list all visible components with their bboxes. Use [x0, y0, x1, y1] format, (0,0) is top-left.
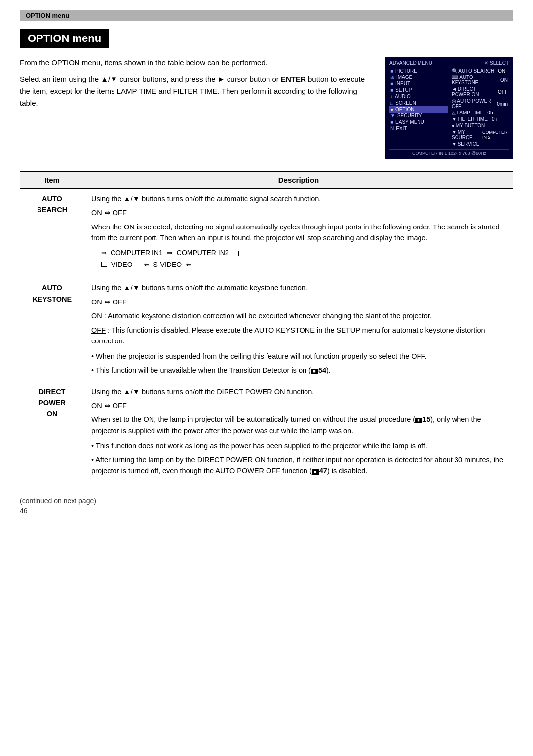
menu-filter-time: ▼ FILTER TIME 0h — [451, 116, 509, 122]
col-header-item: Item — [20, 172, 84, 189]
breadcrumb: OPTION menu — [20, 10, 513, 21]
menu-header: ADVANCED MENU ✕ SELECT — [389, 60, 509, 66]
page-footer: (continued on next page) 46 — [20, 497, 513, 515]
item-auto-search: AUTO SEARCH — [20, 189, 84, 277]
ref-icon-47: ■ — [312, 469, 319, 475]
keystone-bullet1: • When the projector is suspended from t… — [91, 351, 506, 362]
menu-screenshot: ADVANCED MENU ✕ SELECT ■ PICTURE ⊞ IMAGE… — [385, 57, 513, 159]
auto-search-on-off: ON ⇔ OFF — [91, 207, 506, 218]
direct-power-desc1: Using the ▲/▼ buttons turns on/off the D… — [91, 386, 506, 397]
item-auto-keystone: AUTOKEYSTONE — [20, 277, 84, 381]
menu-item-audio: ♪ AUDIO — [389, 93, 448, 100]
direct-power-on-off: ON ⇔ OFF — [91, 400, 506, 411]
item-direct-power: DIRECT POWERON — [20, 381, 84, 482]
menu-item-security: ▼ SECURITY — [389, 113, 448, 119]
menu-lamp-time: △ LAMP TIME 0h — [451, 110, 509, 116]
direct-power-bullet1: • This function does not work as long as… — [91, 440, 506, 451]
menu-item-input: ■ INPUT — [389, 80, 448, 87]
keystone-desc1: Using the ▲/▼ buttons turns on/off the a… — [91, 282, 506, 293]
menu-item-option: ● OPTION — [389, 106, 448, 113]
auto-search-desc2: When the ON is selected, detecting no si… — [91, 222, 506, 244]
intro-para1: From the OPTION menu, items shown in the… — [20, 57, 370, 69]
direct-power-bullet2: • After turning the lamp on by the DIREC… — [91, 454, 506, 477]
intro-section: From the OPTION menu, items shown in the… — [20, 57, 513, 159]
menu-header-right: ✕ SELECT — [484, 60, 509, 66]
keystone-bullet2: • This function will be unavailable when… — [91, 365, 506, 376]
menu-item-picture: ■ PICTURE — [389, 68, 448, 74]
menu-right-col: 🔍 AUTO SEARCH ON ⌨ AUTO KEYSTONE ON ◄ DI… — [451, 68, 509, 147]
continued-text: (continued on next page) — [20, 497, 513, 505]
desc-auto-search: Using the ▲/▼ buttons turns on/off the a… — [84, 189, 513, 277]
menu-item-screen: □ SCREEN — [389, 100, 448, 106]
menu-left-col: ■ PICTURE ⊞ IMAGE ■ INPUT ■ SETUP ♪ AUDI… — [389, 68, 448, 147]
menu-item-easymenu: ■ EASY MENU — [389, 119, 448, 125]
page-title: OPTION menu — [20, 29, 109, 48]
col-header-description: Description — [84, 172, 513, 189]
menu-header-left: ADVANCED MENU — [389, 60, 432, 66]
table-row-auto-search: AUTO SEARCH Using the ▲/▼ buttons turns … — [20, 189, 513, 277]
keystone-on-off: ON ⇔ OFF — [91, 297, 506, 307]
keystone-on-label: ON — [91, 312, 102, 320]
direct-power-desc2: When set to the ON, the lamp in projecto… — [91, 414, 506, 436]
menu-my-button: ● MY BUTTON — [451, 122, 509, 129]
ref-icon-54: ■ — [311, 369, 318, 374]
menu-direct-power: ◄ DIRECT POWER ON OFF — [451, 86, 509, 98]
desc-direct-power: Using the ▲/▼ buttons turns on/off the D… — [84, 381, 513, 482]
menu-auto-search: 🔍 AUTO SEARCH ON — [451, 68, 509, 74]
menu-item-setup: ■ SETUP — [389, 87, 448, 93]
menu-item-image: ⊞ IMAGE — [389, 74, 448, 80]
menu-my-source: ▼ MY SOURCE COMPUTER IN 2 — [451, 129, 509, 141]
signal-flow: ⇒ COMPUTER IN1 ⇒ COMPUTER IN2 VIDEO ⇐ S-… — [101, 248, 506, 270]
intro-para2: Select an item using the ▲/▼ cursor butt… — [20, 74, 370, 109]
ref-icon-15: ■ — [415, 418, 422, 423]
page-number: 46 — [20, 507, 513, 515]
page-container: OPTION menu OPTION menu From the OPTION … — [0, 0, 533, 534]
menu-columns: ■ PICTURE ⊞ IMAGE ■ INPUT ■ SETUP ♪ AUDI… — [389, 68, 509, 147]
keystone-on-desc: ON : Automatic keystone distortion corre… — [91, 310, 506, 321]
menu-service: ▼ SERVICE — [451, 141, 509, 147]
intro-text: From the OPTION menu, items shown in the… — [20, 57, 370, 109]
table-row-direct-power: DIRECT POWERON Using the ▲/▼ buttons tur… — [20, 381, 513, 482]
table-row-auto-keystone: AUTOKEYSTONE Using the ▲/▼ buttons turns… — [20, 277, 513, 381]
menu-item-exit: N EXIT — [389, 125, 448, 132]
menu-auto-keystone: ⌨ AUTO KEYSTONE ON — [451, 74, 509, 86]
menu-auto-power-off: ◎ AUTO POWER OFF 0min — [451, 98, 509, 110]
desc-auto-keystone: Using the ▲/▼ buttons turns on/off the a… — [84, 277, 513, 381]
keystone-off-label: OFF — [91, 326, 106, 334]
auto-search-desc1: Using the ▲/▼ buttons turns on/off the a… — [91, 193, 506, 204]
menu-footer: COMPUTER IN 1 1024 x 768 @60Hz — [389, 149, 509, 156]
keystone-off-desc: OFF : This function is disabled. Please … — [91, 325, 506, 347]
main-table: Item Description AUTO SEARCH Using the ▲… — [20, 171, 513, 482]
